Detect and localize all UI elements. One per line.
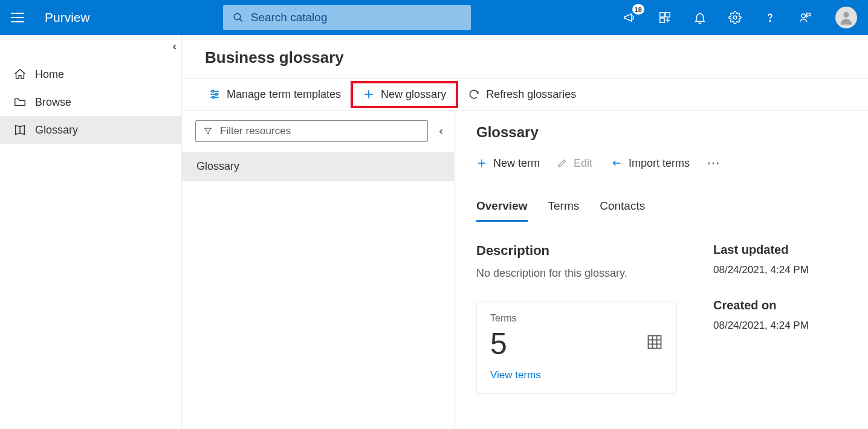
description-text: No description for this glossary.	[476, 267, 677, 280]
tab-overview[interactable]: Overview	[476, 195, 528, 222]
refresh-icon	[468, 88, 480, 100]
action-label: Import terms	[629, 157, 690, 170]
search-icon	[233, 12, 244, 23]
svg-rect-21	[649, 336, 661, 349]
user-avatar[interactable]	[835, 7, 857, 28]
svg-point-13	[212, 90, 213, 92]
filter-placeholder: Filter resources	[220, 125, 291, 137]
notification-badge: 18	[632, 4, 644, 15]
nav-list: Home Browse Glossary	[0, 60, 181, 144]
plus-icon	[363, 88, 375, 100]
home-icon	[13, 68, 27, 81]
plus-icon	[476, 158, 487, 169]
terms-count: 5	[490, 327, 663, 361]
sidebar-item-glossary[interactable]: Glossary	[0, 116, 181, 144]
search-placeholder: Search catalog	[251, 11, 328, 24]
more-actions-button[interactable]: ⋯	[707, 155, 721, 171]
overview-body: Description No description for this glos…	[476, 243, 846, 394]
svg-rect-3	[666, 13, 670, 17]
import-terms-button[interactable]: Import terms	[609, 157, 690, 170]
collections-icon	[658, 11, 672, 24]
svg-point-8	[843, 12, 849, 18]
svg-point-7	[802, 14, 805, 18]
svg-point-5	[733, 16, 737, 19]
person-feedback-icon	[798, 11, 812, 24]
svg-point-6	[769, 21, 770, 21]
view-terms-link[interactable]: View terms	[490, 369, 663, 381]
overview-right: Last updated 08/24/2021, 4:24 PM Created…	[713, 243, 846, 394]
page-toolbar: Manage term templates New glossary Refre…	[182, 78, 868, 111]
resource-item[interactable]: Glossary	[182, 152, 454, 181]
created-on-value: 08/24/2021, 4:24 PM	[713, 318, 846, 334]
button-label: Refresh glossaries	[486, 88, 576, 101]
notifications-button[interactable]	[691, 9, 708, 26]
menu-toggle-button[interactable]	[11, 9, 28, 26]
detail-actions: New term Edit Import terms ⋯	[476, 155, 846, 181]
folder-icon	[13, 95, 27, 109]
sidebar-item-browse[interactable]: Browse	[0, 88, 181, 116]
svg-point-14	[216, 93, 218, 95]
refresh-glossaries-button[interactable]: Refresh glossaries	[458, 83, 586, 106]
import-icon	[609, 158, 623, 169]
svg-line-1	[239, 19, 242, 22]
button-label: New glossary	[381, 88, 446, 101]
sidebar-item-label: Browse	[35, 96, 71, 109]
settings-button[interactable]	[727, 9, 743, 26]
page-title: Business glossary	[182, 35, 868, 78]
filter-resources-input[interactable]: Filter resources	[195, 120, 428, 142]
svg-rect-2	[660, 13, 664, 17]
sliders-icon	[209, 88, 221, 100]
filter-icon	[203, 126, 213, 136]
created-on-heading: Created on	[713, 298, 846, 312]
brand-name: Purview	[45, 10, 90, 25]
header-actions: 18	[621, 7, 857, 28]
app-header: Purview Search catalog 18	[0, 0, 868, 35]
pencil-icon	[557, 158, 568, 169]
announcements-button[interactable]: 18	[621, 9, 638, 26]
terms-card: Terms 5 View terms	[476, 302, 677, 394]
last-updated-heading: Last updated	[713, 243, 846, 257]
sidebar-item-home[interactable]: Home	[0, 60, 181, 88]
app-body: ‹‹ Home Browse Glossary Business glossar…	[0, 35, 868, 429]
detail-title: Glossary	[476, 124, 846, 141]
content-split: Filter resources ‹‹ Glossary Glossary Ne…	[182, 111, 868, 429]
new-glossary-highlight: New glossary	[351, 81, 458, 108]
tab-terms[interactable]: Terms	[548, 195, 580, 222]
svg-point-15	[213, 96, 215, 98]
collections-button[interactable]	[656, 9, 673, 26]
manage-term-templates-button[interactable]: Manage term templates	[199, 83, 351, 106]
edit-button[interactable]: Edit	[557, 157, 592, 170]
detail-pane: Glossary New term Edit Import terms ⋯	[455, 111, 868, 429]
new-glossary-button[interactable]: New glossary	[353, 83, 456, 106]
bell-icon	[693, 11, 707, 24]
new-term-button[interactable]: New term	[476, 157, 540, 170]
collapse-sidebar-button[interactable]: ‹‹	[172, 41, 174, 52]
action-label: New term	[493, 157, 540, 170]
nav-sidebar: ‹‹ Home Browse Glossary	[0, 35, 182, 429]
filter-pane: Filter resources ‹‹ Glossary	[182, 111, 455, 429]
help-button[interactable]	[762, 9, 779, 26]
sidebar-item-label: Home	[35, 68, 64, 81]
action-label: Edit	[574, 157, 592, 170]
terms-card-label: Terms	[490, 313, 663, 324]
tab-contacts[interactable]: Contacts	[600, 195, 645, 222]
feedback-button[interactable]	[797, 9, 814, 26]
overview-left: Description No description for this glos…	[476, 243, 677, 394]
svg-rect-4	[660, 18, 664, 22]
collapse-filter-pane-button[interactable]: ‹‹	[439, 126, 441, 137]
main-pane: Business glossary Manage term templates …	[182, 35, 868, 429]
search-input[interactable]: Search catalog	[223, 5, 471, 30]
description-heading: Description	[476, 243, 677, 259]
svg-point-0	[234, 13, 241, 20]
avatar-icon	[838, 9, 855, 26]
gear-icon	[728, 11, 742, 24]
grid-icon	[646, 334, 663, 353]
help-icon	[763, 11, 777, 24]
button-label: Manage term templates	[227, 88, 341, 101]
detail-tabs: Overview Terms Contacts	[476, 195, 846, 222]
last-updated-value: 08/24/2021, 4:24 PM	[713, 263, 846, 278]
sidebar-item-label: Glossary	[35, 124, 78, 137]
book-icon	[13, 123, 27, 137]
resource-list: Glossary	[182, 152, 454, 181]
